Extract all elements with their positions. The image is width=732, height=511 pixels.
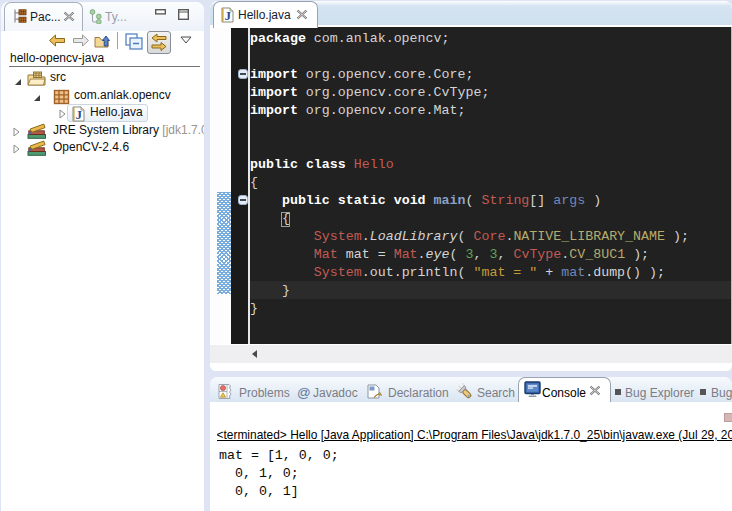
svg-text:J: J — [225, 8, 232, 23]
svg-text:J: J — [76, 107, 83, 122]
